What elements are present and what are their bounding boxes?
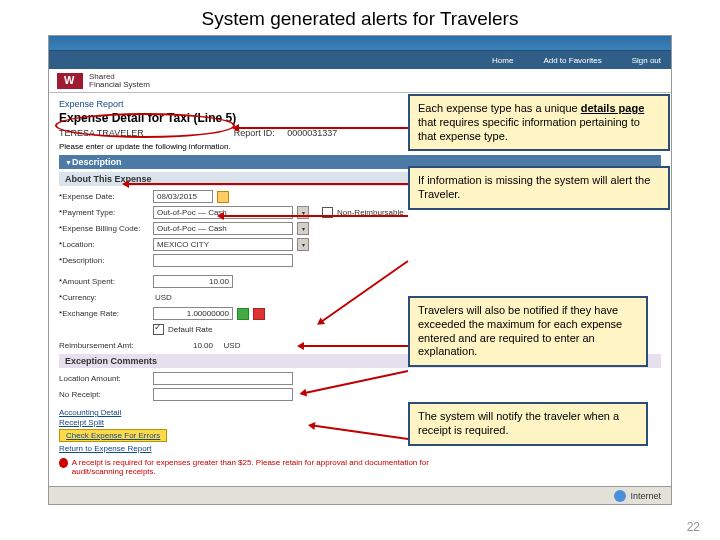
- status-zone: Internet: [630, 491, 661, 501]
- nav-favorites[interactable]: Add to Favorites: [543, 56, 601, 65]
- arrow-annotation: [220, 215, 408, 217]
- nav-home[interactable]: Home: [492, 56, 513, 65]
- refresh-icon[interactable]: [237, 308, 249, 320]
- system-name: SharedFinancial System: [89, 73, 150, 89]
- label-currency: Currency:: [59, 293, 149, 302]
- report-id: Report ID: 0000031337: [234, 128, 338, 138]
- label-location-amount: Location Amount:: [59, 374, 149, 383]
- callout-missing-info: If information is missing the system wil…: [408, 166, 670, 210]
- callout-receipt-required: The system will notify the traveler when…: [408, 402, 648, 446]
- label-date: Expense Date:: [59, 192, 149, 201]
- label-description: Description:: [59, 256, 149, 265]
- calendar-icon[interactable]: [217, 191, 229, 203]
- billing-code-field[interactable]: Out-of-Poc — Cash: [153, 222, 293, 235]
- nav-signout[interactable]: Sign out: [632, 56, 661, 65]
- default-rate-checkbox[interactable]: [153, 324, 164, 335]
- nav-bar: Home Add to Favorites Sign out: [49, 51, 671, 69]
- label-payment-type: Payment Type:: [59, 208, 149, 217]
- chevron-down-icon[interactable]: ▾: [297, 222, 309, 235]
- description-field[interactable]: [153, 254, 293, 267]
- date-field[interactable]: 08/03/2015: [153, 190, 213, 203]
- title-bar: [49, 36, 671, 51]
- label-exchange-rate: Exchange Rate:: [59, 309, 149, 318]
- currency-value: USD: [155, 293, 172, 302]
- internet-icon: [614, 490, 626, 502]
- default-rate-label: Default Rate: [168, 325, 212, 334]
- label-billing-code: Expense Billing Code:: [59, 224, 149, 233]
- label-location: Location:: [59, 240, 149, 249]
- arrow-annotation: [235, 127, 408, 129]
- callout-details-page: Each expense type has a unique details p…: [408, 94, 670, 151]
- uw-logo: [57, 73, 83, 89]
- callout-maximum-exceeded: Travelers will also be notified if they …: [408, 296, 648, 367]
- slide-title: System generated alerts for Travelers: [0, 0, 720, 34]
- check-errors-button[interactable]: Check Expense For Errors: [59, 429, 167, 442]
- arrow-annotation: [300, 345, 408, 347]
- no-receipt-field[interactable]: [153, 388, 293, 401]
- warning-icon[interactable]: [253, 308, 265, 320]
- chevron-down-icon[interactable]: ▾: [297, 238, 309, 251]
- exchange-rate-field[interactable]: 1.00000000: [153, 307, 233, 320]
- label-no-receipt: No Receipt:: [59, 390, 149, 399]
- page-number: 22: [687, 520, 700, 534]
- status-bar: Internet: [49, 486, 671, 504]
- label-reimbursement: Reimbursement Amt:: [59, 341, 149, 350]
- reimbursement-value: 10.00: [153, 341, 213, 350]
- chevron-down-icon[interactable]: ▾: [297, 206, 309, 219]
- location-amount-field[interactable]: [153, 372, 293, 385]
- alert-icon: [59, 458, 68, 468]
- footer-warning: A receipt is required for expenses great…: [59, 458, 459, 476]
- label-amount: Amount Spent:: [59, 277, 149, 286]
- arrow-annotation: [125, 183, 408, 185]
- circle-annotation: [55, 113, 235, 138]
- location-field[interactable]: MEXICO CITY: [153, 238, 293, 251]
- amount-field[interactable]: 10.00: [153, 275, 233, 288]
- brand-header: SharedFinancial System: [49, 69, 671, 93]
